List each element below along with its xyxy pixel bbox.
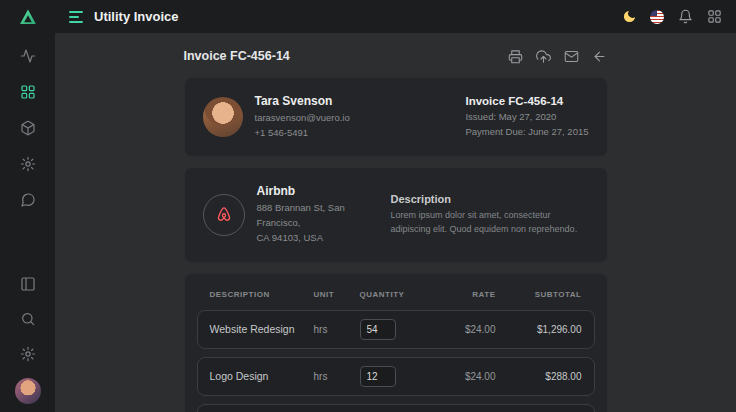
package-icon[interactable] xyxy=(17,117,39,139)
activity-icon[interactable] xyxy=(17,45,39,67)
menu-burger-icon[interactable] xyxy=(69,11,83,23)
dark-mode-moon-icon[interactable] xyxy=(621,9,637,25)
invoice-actions xyxy=(508,48,608,64)
main-pane: Utility Invoice Invoice FC-456-14 xyxy=(55,0,736,412)
company-name: Airbnb xyxy=(257,184,377,198)
invoice-meta: Invoice FC-456-14 Issued: May 27, 2020 P… xyxy=(465,95,588,139)
client-name: Tara Svenson xyxy=(255,94,350,108)
client-card: Tara Svenson tarasvenson@vuero.io +1 546… xyxy=(184,77,608,157)
topbar: Utility Invoice xyxy=(55,0,736,33)
invoice-due: Payment Due: June 27, 2015 xyxy=(465,125,588,140)
invoice-title: Invoice FC-456-14 xyxy=(184,49,290,63)
content-area: Invoice FC-456-14 xyxy=(55,33,736,412)
airbnb-logo-icon xyxy=(203,194,245,236)
item-subtotal: $288.00 xyxy=(508,371,582,382)
item-unit: hrs xyxy=(314,324,348,335)
chat-icon[interactable] xyxy=(17,189,39,211)
sidebar-bottom xyxy=(15,273,41,412)
table-row: Website Redesign hrs $24.00 $1,296.00 xyxy=(197,310,595,349)
app: Utility Invoice Invoice FC-456-14 xyxy=(0,0,736,412)
item-description: Logo Design xyxy=(210,370,302,382)
item-rate: $24.00 xyxy=(432,324,496,335)
table-row: Custom Illustrations hrs $32.00 $224.00 xyxy=(197,404,595,412)
invoice-issued: Issued: May 27, 2020 xyxy=(465,110,588,125)
dashboard-grid-icon[interactable] xyxy=(17,81,39,103)
client-info: Tara Svenson tarasvenson@vuero.io +1 546… xyxy=(203,94,350,140)
company-address-1: 888 Brannan St, San Francisco, xyxy=(257,201,377,230)
company-info: Airbnb 888 Brannan St, San Francisco, CA… xyxy=(203,184,377,245)
quantity-input[interactable] xyxy=(360,319,396,340)
description-title: Description xyxy=(391,193,589,205)
col-quantity: QUANTITY xyxy=(360,290,420,299)
description-body: Lorem ipsum dolor sit amet, consectetur … xyxy=(391,209,589,237)
item-description: Website Redesign xyxy=(210,323,302,335)
invoice-number: Invoice FC-456-14 xyxy=(465,95,588,107)
mail-icon[interactable] xyxy=(564,48,580,64)
sidebar xyxy=(0,0,55,412)
col-unit: UNIT xyxy=(314,290,348,299)
table-row: Logo Design hrs $24.00 $288.00 xyxy=(197,357,595,396)
cloud-upload-icon[interactable] xyxy=(536,48,552,64)
sidebar-nav xyxy=(17,45,39,211)
language-flag-icon[interactable] xyxy=(650,10,664,24)
panels-icon[interactable] xyxy=(17,273,39,295)
quantity-input[interactable] xyxy=(360,366,396,387)
col-subtotal: SUBTOTAL xyxy=(508,290,582,299)
topbar-actions xyxy=(621,9,722,25)
line-items-card: DESCRIPTION UNIT QUANTITY RATE SUBTOTAL … xyxy=(184,273,608,412)
client-email: tarasvenson@vuero.io xyxy=(255,111,350,126)
company-card: Airbnb 888 Brannan St, San Francisco, CA… xyxy=(184,167,608,262)
print-icon[interactable] xyxy=(508,48,524,64)
notifications-bell-icon[interactable] xyxy=(677,9,693,25)
user-avatar[interactable] xyxy=(15,378,41,404)
invoice-description: Description Lorem ipsum dolor sit amet, … xyxy=(391,193,589,237)
company-address-2: CA 94103, USA xyxy=(257,231,377,246)
item-unit: hrs xyxy=(314,371,348,382)
item-subtotal: $1,296.00 xyxy=(508,324,582,335)
table-header: DESCRIPTION UNIT QUANTITY RATE SUBTOTAL xyxy=(197,286,595,310)
settings-gear-icon[interactable] xyxy=(17,153,39,175)
col-rate: RATE xyxy=(432,290,496,299)
client-phone: +1 546-5491 xyxy=(255,126,350,141)
apps-grid-icon[interactable] xyxy=(706,9,722,25)
invoice-header: Invoice FC-456-14 xyxy=(184,41,608,77)
client-avatar xyxy=(203,97,243,137)
logo-triangle-icon xyxy=(18,7,38,27)
item-rate: $24.00 xyxy=(432,371,496,382)
preferences-gear-icon[interactable] xyxy=(17,343,39,365)
col-description: DESCRIPTION xyxy=(210,290,302,299)
app-logo[interactable] xyxy=(0,0,55,33)
back-arrow-icon[interactable] xyxy=(592,48,608,64)
search-icon[interactable] xyxy=(17,308,39,330)
page-heading: Utility Invoice xyxy=(94,9,179,24)
